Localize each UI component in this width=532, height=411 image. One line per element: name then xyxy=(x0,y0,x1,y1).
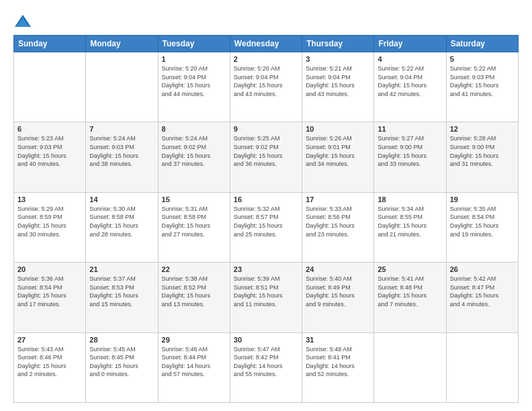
cell-info: Sunrise: 5:31 AM Sunset: 8:58 PM Dayligh… xyxy=(162,205,226,238)
calendar-cell: 24Sunrise: 5:40 AM Sunset: 8:49 PM Dayli… xyxy=(302,263,374,332)
calendar-cell: 1Sunrise: 5:20 AM Sunset: 9:04 PM Daylig… xyxy=(158,52,230,122)
calendar-cell: 19Sunrise: 5:35 AM Sunset: 8:54 PM Dayli… xyxy=(446,192,518,262)
calendar-cell: 31Sunrise: 5:48 AM Sunset: 8:41 PM Dayli… xyxy=(302,332,374,402)
cell-info: Sunrise: 5:25 AM Sunset: 9:02 PM Dayligh… xyxy=(234,134,298,168)
calendar-cell: 7Sunrise: 5:24 AM Sunset: 9:03 PM Daylig… xyxy=(86,122,158,192)
day-number: 22 xyxy=(162,265,226,273)
cell-info: Sunrise: 5:22 AM Sunset: 9:03 PM Dayligh… xyxy=(450,64,515,98)
header-day-friday: Friday xyxy=(374,36,446,52)
calendar-cell xyxy=(446,332,518,402)
cell-info: Sunrise: 5:21 AM Sunset: 9:04 PM Dayligh… xyxy=(306,64,370,98)
day-number: 10 xyxy=(306,125,370,133)
cell-info: Sunrise: 5:29 AM Sunset: 8:59 PM Dayligh… xyxy=(17,205,82,238)
calendar-cell: 29Sunrise: 5:46 AM Sunset: 8:44 PM Dayli… xyxy=(158,332,230,402)
day-number: 29 xyxy=(162,336,226,344)
day-number: 31 xyxy=(306,336,370,344)
cell-info: Sunrise: 5:23 AM Sunset: 9:03 PM Dayligh… xyxy=(17,134,82,168)
header-row: SundayMondayTuesdayWednesdayThursdayFrid… xyxy=(14,36,519,52)
calendar-table: SundayMondayTuesdayWednesdayThursdayFrid… xyxy=(13,35,519,403)
calendar-cell: 23Sunrise: 5:39 AM Sunset: 8:51 PM Dayli… xyxy=(230,263,302,332)
header xyxy=(13,12,519,31)
calendar-cell: 16Sunrise: 5:32 AM Sunset: 8:57 PM Dayli… xyxy=(230,192,302,262)
calendar-cell: 28Sunrise: 5:45 AM Sunset: 8:45 PM Dayli… xyxy=(86,332,158,402)
calendar-cell: 15Sunrise: 5:31 AM Sunset: 8:58 PM Dayli… xyxy=(158,192,230,262)
calendar-cell: 9Sunrise: 5:25 AM Sunset: 9:02 PM Daylig… xyxy=(230,122,302,192)
day-number: 9 xyxy=(234,125,298,133)
cell-info: Sunrise: 5:38 AM Sunset: 8:52 PM Dayligh… xyxy=(162,275,226,308)
cell-info: Sunrise: 5:26 AM Sunset: 9:01 PM Dayligh… xyxy=(306,134,370,168)
header-day-thursday: Thursday xyxy=(302,36,374,52)
day-number: 14 xyxy=(89,195,154,203)
calendar-cell: 2Sunrise: 5:20 AM Sunset: 9:04 PM Daylig… xyxy=(230,52,302,122)
day-number: 24 xyxy=(306,265,370,273)
calendar-cell: 6Sunrise: 5:23 AM Sunset: 9:03 PM Daylig… xyxy=(14,122,86,192)
day-number: 28 xyxy=(89,336,154,344)
day-number: 30 xyxy=(234,336,298,344)
day-number: 18 xyxy=(378,195,442,203)
day-number: 19 xyxy=(450,195,515,203)
day-number: 5 xyxy=(450,55,515,63)
header-day-saturday: Saturday xyxy=(446,36,518,52)
cell-info: Sunrise: 5:24 AM Sunset: 9:02 PM Dayligh… xyxy=(162,134,226,168)
cell-info: Sunrise: 5:36 AM Sunset: 8:54 PM Dayligh… xyxy=(17,275,82,308)
cell-info: Sunrise: 5:34 AM Sunset: 8:55 PM Dayligh… xyxy=(378,205,442,238)
calendar-cell: 3Sunrise: 5:21 AM Sunset: 9:04 PM Daylig… xyxy=(302,52,374,122)
cell-info: Sunrise: 5:45 AM Sunset: 8:45 PM Dayligh… xyxy=(89,345,154,379)
calendar-cell: 11Sunrise: 5:27 AM Sunset: 9:00 PM Dayli… xyxy=(374,122,446,192)
day-number: 8 xyxy=(162,125,226,133)
day-number: 20 xyxy=(17,265,82,273)
cell-info: Sunrise: 5:37 AM Sunset: 8:53 PM Dayligh… xyxy=(89,275,154,308)
cell-info: Sunrise: 5:33 AM Sunset: 8:56 PM Dayligh… xyxy=(306,205,370,238)
logo xyxy=(13,12,35,31)
day-number: 21 xyxy=(89,265,154,273)
cell-info: Sunrise: 5:48 AM Sunset: 8:41 PM Dayligh… xyxy=(306,345,370,379)
day-number: 25 xyxy=(378,265,442,273)
week-row-4: 20Sunrise: 5:36 AM Sunset: 8:54 PM Dayli… xyxy=(14,263,519,332)
cell-info: Sunrise: 5:32 AM Sunset: 8:57 PM Dayligh… xyxy=(234,205,298,238)
calendar-cell: 12Sunrise: 5:28 AM Sunset: 9:00 PM Dayli… xyxy=(446,122,518,192)
cell-info: Sunrise: 5:41 AM Sunset: 8:48 PM Dayligh… xyxy=(378,275,442,308)
day-number: 1 xyxy=(162,55,226,63)
calendar-cell: 21Sunrise: 5:37 AM Sunset: 8:53 PM Dayli… xyxy=(86,263,158,332)
cell-info: Sunrise: 5:47 AM Sunset: 8:42 PM Dayligh… xyxy=(234,345,298,379)
day-number: 3 xyxy=(306,55,370,63)
header-day-sunday: Sunday xyxy=(14,36,86,52)
header-day-wednesday: Wednesday xyxy=(230,36,302,52)
week-row-1: 1Sunrise: 5:20 AM Sunset: 9:04 PM Daylig… xyxy=(14,52,519,122)
cell-info: Sunrise: 5:20 AM Sunset: 9:04 PM Dayligh… xyxy=(234,64,298,98)
day-number: 23 xyxy=(234,265,298,273)
week-row-3: 13Sunrise: 5:29 AM Sunset: 8:59 PM Dayli… xyxy=(14,192,519,262)
day-number: 12 xyxy=(450,125,515,133)
calendar-cell xyxy=(374,332,446,402)
calendar-header: SundayMondayTuesdayWednesdayThursdayFrid… xyxy=(14,36,519,52)
cell-info: Sunrise: 5:46 AM Sunset: 8:44 PM Dayligh… xyxy=(162,345,226,379)
logo-icon xyxy=(13,12,32,31)
calendar-cell: 27Sunrise: 5:43 AM Sunset: 8:46 PM Dayli… xyxy=(14,332,86,402)
calendar-cell: 14Sunrise: 5:30 AM Sunset: 8:58 PM Dayli… xyxy=(86,192,158,262)
calendar-cell: 20Sunrise: 5:36 AM Sunset: 8:54 PM Dayli… xyxy=(14,263,86,332)
day-number: 2 xyxy=(234,55,298,63)
calendar-cell: 4Sunrise: 5:22 AM Sunset: 9:04 PM Daylig… xyxy=(374,52,446,122)
week-row-5: 27Sunrise: 5:43 AM Sunset: 8:46 PM Dayli… xyxy=(14,332,519,402)
page: SundayMondayTuesdayWednesdayThursdayFrid… xyxy=(0,0,532,411)
calendar-cell: 22Sunrise: 5:38 AM Sunset: 8:52 PM Dayli… xyxy=(158,263,230,332)
calendar-cell xyxy=(14,52,86,122)
calendar-body: 1Sunrise: 5:20 AM Sunset: 9:04 PM Daylig… xyxy=(14,52,519,403)
day-number: 13 xyxy=(17,195,82,203)
calendar-cell xyxy=(86,52,158,122)
calendar-cell: 26Sunrise: 5:42 AM Sunset: 8:47 PM Dayli… xyxy=(446,263,518,332)
day-number: 6 xyxy=(17,125,82,133)
cell-info: Sunrise: 5:22 AM Sunset: 9:04 PM Dayligh… xyxy=(378,64,442,98)
cell-info: Sunrise: 5:35 AM Sunset: 8:54 PM Dayligh… xyxy=(450,205,515,238)
calendar-cell: 30Sunrise: 5:47 AM Sunset: 8:42 PM Dayli… xyxy=(230,332,302,402)
day-number: 27 xyxy=(17,336,82,344)
day-number: 11 xyxy=(378,125,442,133)
cell-info: Sunrise: 5:43 AM Sunset: 8:46 PM Dayligh… xyxy=(17,345,82,379)
calendar-cell: 10Sunrise: 5:26 AM Sunset: 9:01 PM Dayli… xyxy=(302,122,374,192)
cell-info: Sunrise: 5:27 AM Sunset: 9:00 PM Dayligh… xyxy=(378,134,442,168)
calendar-cell: 13Sunrise: 5:29 AM Sunset: 8:59 PM Dayli… xyxy=(14,192,86,262)
day-number: 15 xyxy=(162,195,226,203)
calendar-cell: 5Sunrise: 5:22 AM Sunset: 9:03 PM Daylig… xyxy=(446,52,518,122)
calendar-cell: 18Sunrise: 5:34 AM Sunset: 8:55 PM Dayli… xyxy=(374,192,446,262)
day-number: 4 xyxy=(378,55,442,63)
